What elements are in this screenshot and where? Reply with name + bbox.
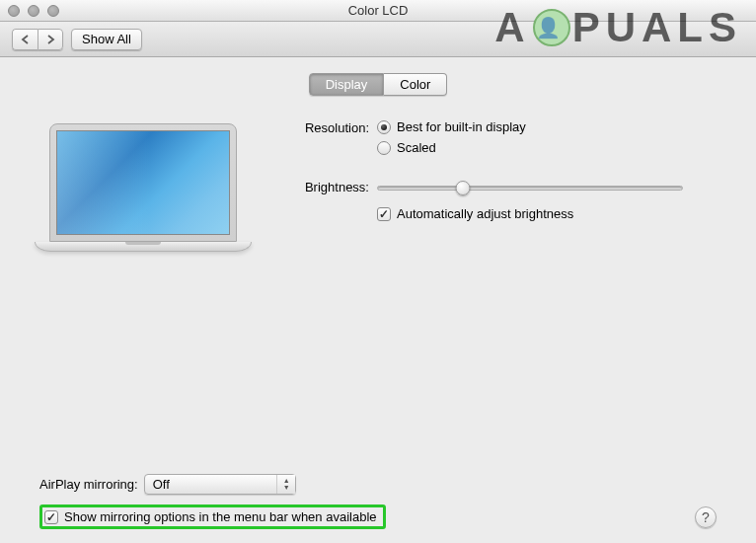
resolution-row: Resolution: Best for built-in display Sc… [283,119,724,161]
radio-best-label: Best for built-in display [397,119,526,134]
bottom-section: AirPlay mirroring: Off ▲▼ Show mirroring… [12,468,744,533]
airplay-value: Off [153,477,170,492]
checkbox-icon [44,510,58,524]
tab-display[interactable]: Display [309,73,385,96]
main-section: Resolution: Best for built-in display Sc… [12,116,744,252]
close-window-button[interactable] [8,5,20,17]
brightness-row: Brightness: Automatically adjust brightn… [283,179,724,221]
forward-icon [46,35,55,44]
content: Display Color Resolution [0,57,756,543]
tab-color[interactable]: Color [384,73,447,96]
watermark-mascot-icon [533,9,570,46]
window-controls [8,5,59,17]
back-icon [21,35,30,44]
airplay-mirroring-select[interactable]: Off ▲▼ [144,474,296,495]
radio-icon [377,120,391,134]
checkbox-icon [377,207,391,221]
popup-arrows-icon: ▲▼ [283,477,290,491]
brightness-slider[interactable] [377,179,683,196]
radio-scaled-label: Scaled [397,140,436,155]
help-icon: ? [702,509,710,525]
show-mirroring-checkbox[interactable]: Show mirroring options in the menu bar w… [39,504,386,529]
back-button[interactable] [12,29,38,50]
display-preview [32,116,254,252]
settings: Resolution: Best for built-in display Sc… [283,116,724,252]
auto-brightness-checkbox[interactable]: Automatically adjust brightness [377,206,724,221]
radio-best-for-display[interactable]: Best for built-in display [377,119,724,134]
radio-scaled[interactable]: Scaled [377,140,724,155]
nav-group [12,29,63,50]
minimize-window-button[interactable] [28,5,39,17]
show-mirroring-label: Show mirroring options in the menu bar w… [64,509,377,524]
resolution-label: Resolution: [283,119,377,161]
show-all-button[interactable]: Show All [71,29,142,50]
brightness-label: Brightness: [283,179,377,221]
slider-track [377,186,683,191]
laptop-icon [35,123,252,252]
watermark-logo: A PUALS [494,4,742,51]
radio-icon [377,141,391,155]
slider-thumb[interactable] [455,181,470,195]
help-button[interactable]: ? [695,506,717,528]
window-title: Color LCD [348,3,409,18]
zoom-window-button[interactable] [47,5,59,17]
inner-panel: Display Color Resolution [12,69,744,444]
forward-button[interactable] [38,29,63,50]
auto-brightness-label: Automatically adjust brightness [397,206,573,221]
airplay-label: AirPlay mirroring: [39,477,138,492]
tab-group: Display Color [12,69,744,96]
watermark-text-left: A [494,4,530,51]
airplay-row: AirPlay mirroring: Off ▲▼ [12,468,744,501]
watermark-text-right: PUALS [572,4,742,51]
